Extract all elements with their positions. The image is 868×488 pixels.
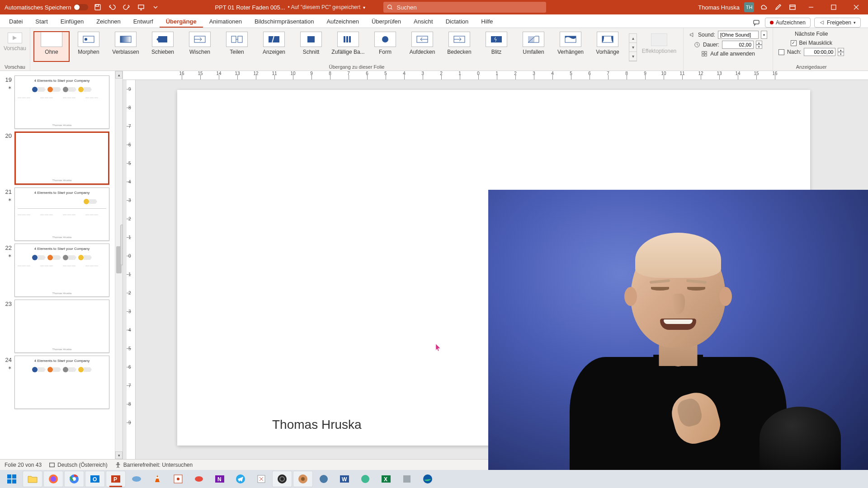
- thumbnail-22[interactable]: 22✶ 4 Elements to Start your Company ___…: [2, 244, 111, 297]
- excel-button[interactable]: X: [376, 471, 396, 487]
- scroll-down-icon[interactable]: ▾: [115, 451, 123, 459]
- word-button[interactable]: W: [335, 471, 354, 487]
- toggle-switch-icon[interactable]: [74, 4, 88, 10]
- gallery-scroll[interactable]: ▴▾▾: [629, 33, 637, 61]
- tab-einfuegen[interactable]: Einfügen: [54, 15, 90, 28]
- thumb-slide[interactable]: 4 Elements to Start your Company: [14, 356, 109, 409]
- chrome-button[interactable]: [64, 471, 84, 487]
- spin-up-icon[interactable]: ▴: [838, 48, 844, 52]
- app-button-3[interactable]: [189, 471, 209, 487]
- transition-morphen[interactable]: Morphen: [71, 32, 106, 61]
- thumbnail-24[interactable]: 24✶ 4 Elements to Start your Company: [2, 356, 111, 409]
- transition-form[interactable]: Form: [368, 32, 403, 61]
- vlc-button[interactable]: [147, 471, 167, 487]
- transition-schieben[interactable]: Schieben: [145, 32, 180, 61]
- panel-collapse-handle[interactable]: [120, 225, 123, 265]
- thumbnail-19[interactable]: 19✶ 4 Elements to Start your Company ___…: [2, 75, 111, 129]
- app-button-4[interactable]: [251, 471, 271, 487]
- gallery-up-icon[interactable]: ▴: [629, 34, 637, 43]
- accessibility-indicator[interactable]: Barrierefreiheit: Untersuchen: [115, 462, 193, 468]
- language-indicator[interactable]: Deutsch (Österreich): [49, 462, 108, 468]
- transition-zufaellig[interactable]: Zufällige Ba...: [330, 32, 366, 61]
- on-click-checkbox[interactable]: [791, 40, 797, 46]
- transition-verblassen[interactable]: Verblassen: [108, 32, 143, 61]
- app-button-2[interactable]: [168, 471, 188, 487]
- duration-spinner[interactable]: ▴▾: [756, 41, 762, 49]
- cloud-sync-icon[interactable]: [759, 2, 769, 12]
- spin-down-icon[interactable]: ▾: [838, 52, 844, 56]
- thumbnail-21[interactable]: 21✶ 4 Elements to Start your Company ___…: [2, 188, 111, 241]
- edge-button[interactable]: [418, 471, 438, 487]
- tab-animationen[interactable]: Animationen: [203, 15, 248, 28]
- record-button[interactable]: Aufzeichnen: [765, 18, 811, 28]
- duration-input[interactable]: [722, 41, 754, 49]
- file-explorer-button[interactable]: [23, 471, 42, 487]
- transition-umfallen[interactable]: Umfallen: [516, 32, 551, 61]
- onenote-button[interactable]: N: [210, 471, 230, 487]
- thumb-slide[interactable]: 4 Elements to Start your Company ___ ___…: [14, 244, 109, 297]
- gallery-more-icon[interactable]: ▾: [629, 52, 637, 61]
- title-dropdown-icon[interactable]: ▾: [363, 5, 365, 10]
- firefox-button[interactable]: [43, 471, 63, 487]
- tab-ansicht[interactable]: Ansicht: [407, 15, 439, 28]
- recording-button[interactable]: [293, 471, 313, 487]
- apply-all-button[interactable]: Auf alle anwenden: [701, 51, 755, 57]
- obs-button[interactable]: [272, 471, 292, 487]
- transition-teilen[interactable]: Teilen: [219, 32, 255, 61]
- after-checkbox[interactable]: [778, 49, 784, 55]
- sound-dropdown-icon[interactable]: ▾: [761, 31, 767, 39]
- gallery-down-icon[interactable]: ▾: [629, 43, 637, 52]
- thumb-slide[interactable]: Thomas Hruska: [14, 300, 109, 353]
- ribbon-display-button[interactable]: [788, 2, 797, 12]
- search-input[interactable]: [383, 2, 546, 13]
- undo-button[interactable]: [107, 2, 117, 12]
- outlook-button[interactable]: O: [85, 471, 105, 487]
- thumb-slide[interactable]: 4 Elements to Start your Company ___ ___…: [14, 75, 109, 129]
- transition-anzeigen[interactable]: Anzeigen: [256, 32, 292, 61]
- tab-entwurf[interactable]: Entwurf: [127, 15, 160, 28]
- tab-uebergaenge[interactable]: Übergänge: [160, 15, 203, 28]
- close-button[interactable]: [847, 0, 865, 14]
- app-button-5[interactable]: [314, 471, 334, 487]
- spin-up-icon[interactable]: ▴: [756, 41, 762, 45]
- tab-bildschirm[interactable]: Bildschirmpräsentation: [248, 15, 321, 28]
- transition-ohne[interactable]: Ohne: [34, 32, 69, 61]
- sound-select[interactable]: [718, 31, 759, 39]
- transition-wischen[interactable]: Wischen: [182, 32, 217, 61]
- thumbnail-list[interactable]: 19✶ 4 Elements to Start your Company ___…: [0, 71, 115, 459]
- start-menu-button[interactable]: [2, 471, 22, 487]
- thumb-slide-selected[interactable]: Thomas Hruska: [14, 131, 109, 185]
- transition-aufdecken[interactable]: Aufdecken: [405, 32, 440, 61]
- slide-counter[interactable]: Folie 20 von 43: [5, 462, 42, 468]
- transition-bedecken[interactable]: Bedecken: [442, 32, 477, 61]
- tab-datei[interactable]: Datei: [3, 15, 29, 28]
- thumb-slide[interactable]: 4 Elements to Start your Company ___ ___…: [14, 188, 109, 241]
- transition-blitz[interactable]: Blitz: [479, 32, 514, 61]
- comments-button[interactable]: [751, 18, 761, 28]
- tab-start[interactable]: Start: [29, 15, 54, 28]
- transition-vorhaenge[interactable]: Vorhänge: [590, 32, 625, 61]
- app-button-7[interactable]: [397, 471, 417, 487]
- tab-aufzeichnen[interactable]: Aufzeichnen: [320, 15, 365, 28]
- transition-verhaengen[interactable]: Verhängen: [553, 32, 588, 61]
- redo-button[interactable]: [122, 2, 132, 12]
- tab-zeichnen[interactable]: Zeichnen: [90, 15, 127, 28]
- user-avatar[interactable]: TH: [744, 2, 754, 12]
- qat-more-button[interactable]: [151, 2, 160, 12]
- share-button[interactable]: Freigeben▾: [814, 18, 861, 28]
- preview-button[interactable]: Vorschau: [4, 30, 26, 52]
- after-input[interactable]: [804, 48, 835, 56]
- maximize-button[interactable]: [825, 0, 843, 14]
- app-button-6[interactable]: [355, 471, 375, 487]
- transition-schnitt[interactable]: Schnitt: [293, 32, 329, 61]
- tab-ueberpruefen[interactable]: Überprüfen: [365, 15, 407, 28]
- tab-hilfe[interactable]: Hilfe: [475, 15, 499, 28]
- tab-dictation[interactable]: Dictation: [439, 15, 475, 28]
- telegram-button[interactable]: [231, 471, 250, 487]
- search-field[interactable]: [397, 4, 543, 11]
- after-spinner[interactable]: ▴▾: [838, 48, 844, 56]
- app-button-1[interactable]: [127, 471, 146, 487]
- scroll-up-icon[interactable]: ▴: [115, 71, 123, 79]
- spin-down-icon[interactable]: ▾: [756, 45, 762, 49]
- present-from-start-button[interactable]: [136, 2, 146, 12]
